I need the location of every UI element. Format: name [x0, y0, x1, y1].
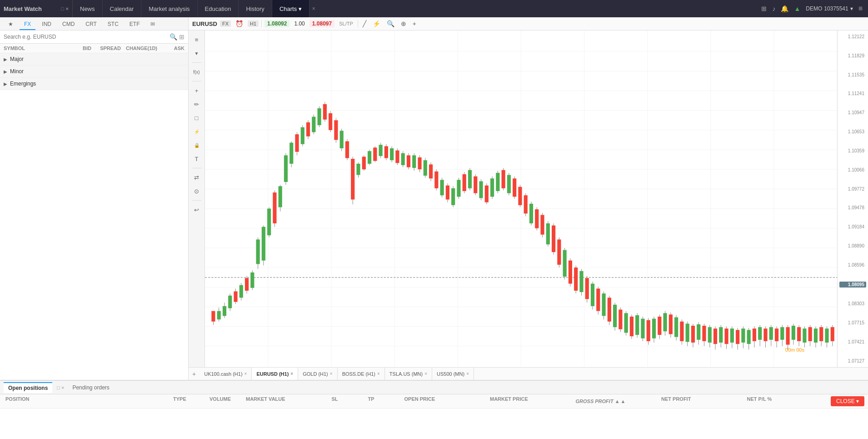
svg-rect-138	[518, 187, 522, 205]
svg-rect-52	[279, 186, 282, 207]
chart-price-sell[interactable]: 1.08097	[309, 20, 334, 27]
svg-rect-200	[691, 326, 695, 343]
svg-rect-188	[658, 317, 661, 335]
sidebar-tab-cmd[interactable]: CMD	[58, 19, 79, 30]
close-gold-tab[interactable]: ×	[330, 371, 333, 376]
sidebar-tab-star[interactable]: ★	[4, 19, 18, 30]
svg-rect-124	[479, 181, 483, 198]
tool-rectangle[interactable]: □	[190, 112, 203, 123]
chart-tab-gold[interactable]: GOLD (H1) ×	[298, 368, 337, 380]
close-market-watch-icon[interactable]: ×	[66, 6, 69, 11]
minimize-icon[interactable]: □	[61, 6, 64, 11]
col-header-type: TYPE	[171, 396, 208, 406]
close-us500-tab[interactable]: ×	[466, 371, 469, 376]
price-label-7: 1.10066	[839, 167, 866, 172]
header-change: CHANGE(1D)	[121, 45, 157, 51]
price-label-13: 1.08303	[839, 301, 866, 306]
tool-pencil[interactable]: ✏	[190, 99, 203, 110]
svg-rect-244	[814, 328, 818, 343]
positions-tab-icons: □ ×	[57, 385, 64, 390]
tab-pending-orders[interactable]: Pending orders	[68, 383, 114, 393]
sidebar-tab-crt[interactable]: CRT	[81, 19, 101, 30]
tab-market-analysis[interactable]: Market analysis	[141, 0, 197, 17]
hamburger-menu-icon[interactable]: ≡	[858, 5, 863, 13]
chart-zoom-out-icon[interactable]: 🔍	[385, 19, 396, 28]
sidebar-tab-ind[interactable]: IND	[37, 19, 56, 30]
svg-rect-208	[713, 328, 717, 344]
bell-icon[interactable]: 🔔	[781, 5, 788, 12]
account-badge[interactable]: DEMO 10375541 ▾	[806, 5, 853, 12]
tool-text[interactable]: T	[190, 153, 203, 164]
svg-rect-70	[329, 113, 332, 130]
close-boss-tab[interactable]: ×	[377, 371, 380, 376]
sidebar-tab-bar: ★ FX IND CMD CRT STC ETF ✉	[0, 17, 188, 30]
close-tsla-tab[interactable]: ×	[424, 371, 427, 376]
account-dropdown-icon[interactable]: ▾	[850, 5, 853, 12]
chart-tab-us500[interactable]: US500 (MN) ×	[432, 368, 474, 380]
search-icon[interactable]: 🔍	[170, 33, 177, 40]
current-price-label: 1.08095	[839, 282, 866, 288]
svg-rect-64	[312, 117, 315, 132]
svg-rect-50	[273, 192, 276, 223]
svg-rect-156	[569, 261, 572, 284]
search-input[interactable]	[4, 34, 168, 40]
chart-tab-close-icon[interactable]: ×	[309, 0, 318, 17]
chart-tab-boss-de[interactable]: BOSS.DE (H1) ×	[338, 368, 385, 380]
tab-history[interactable]: History	[239, 0, 272, 17]
sl-tp-button[interactable]: SL/TP	[337, 21, 355, 26]
svg-rect-86	[373, 147, 377, 161]
chart-indicators-icon[interactable]: ⚡	[371, 19, 382, 28]
svg-rect-84	[368, 151, 371, 164]
category-emergings[interactable]: ▶ Emergings	[0, 78, 188, 90]
grid-view-icon[interactable]: ⊞	[179, 33, 185, 40]
sidebar-tab-etf[interactable]: ETF	[125, 19, 145, 30]
add-chart-tab[interactable]: +	[189, 370, 200, 378]
category-major[interactable]: ▶ Major	[0, 53, 188, 66]
chart-tab-uk100[interactable]: UK100.cash (H1) ×	[200, 368, 252, 380]
chart-tab-eurusd[interactable]: EURUSD (H1) ×	[252, 368, 298, 380]
tool-manage[interactable]: ⇄	[190, 172, 203, 183]
candlestick-chart[interactable]	[205, 30, 837, 367]
sidebar-tab-fx[interactable]: FX	[20, 19, 35, 30]
close-button[interactable]: CLOSE ▾	[831, 396, 864, 406]
positions-tab-minimize-icon[interactable]: □	[57, 385, 60, 390]
tool-lock[interactable]: 🔒	[190, 140, 203, 151]
svg-rect-34	[228, 296, 232, 308]
toolbar-separator-2	[358, 20, 358, 27]
tool-marker[interactable]: ▼	[190, 48, 203, 59]
tab-calendar[interactable]: Calendar	[103, 0, 142, 17]
tool-separator-2	[192, 81, 201, 81]
positions-tab-close-icon[interactable]: ×	[61, 385, 64, 390]
svg-rect-214	[730, 328, 734, 343]
tool-separator-3	[192, 168, 201, 168]
chart-timeframe[interactable]: H1	[248, 20, 259, 27]
chart-nav-tabs: News Calendar Market analysis Education …	[73, 0, 756, 17]
svg-rect-186	[652, 319, 656, 338]
tool-cursor[interactable]: ≡	[190, 34, 203, 45]
close-uk100-tab[interactable]: ×	[244, 371, 247, 376]
chart-bottom-tabs: + UK100.cash (H1) × EURUSD (H1) × GOLD (…	[189, 367, 868, 380]
chart-zoom-in-icon[interactable]: ⊕	[399, 19, 408, 28]
volume-icon[interactable]: ♪	[772, 5, 775, 12]
chart-tab-tsla[interactable]: TSLA.US (MN) ×	[385, 368, 432, 380]
chart-settings-icon[interactable]: +	[411, 19, 418, 28]
tab-charts[interactable]: Charts ▾	[272, 0, 309, 17]
tab-news[interactable]: News	[73, 0, 103, 17]
monitor-icon[interactable]: ⊞	[761, 5, 767, 12]
chart-line-icon[interactable]: ╱	[361, 19, 368, 28]
tab-open-positions[interactable]: Open positions	[4, 382, 52, 393]
close-eurusd-tab[interactable]: ×	[290, 371, 293, 376]
col-header-gross-profit[interactable]: GROSS PROFIT ▲ ▲	[574, 396, 660, 406]
chart-alert-icon[interactable]: ⏰	[234, 19, 245, 28]
tool-layers[interactable]: ⊙	[190, 186, 203, 197]
top-right-controls: ⊞ ♪ 🔔 ▲ DEMO 10375541 ▾ ≡	[756, 0, 868, 17]
tool-indicator[interactable]: f(x)	[190, 66, 203, 77]
category-minor[interactable]: ▶ Minor	[0, 66, 188, 78]
sidebar-tab-stc[interactable]: STC	[103, 19, 123, 30]
chart-price-buy[interactable]: 1.08092	[264, 20, 289, 27]
tool-crosshair[interactable]: +	[190, 85, 203, 96]
tool-undo[interactable]: ↩	[190, 204, 203, 215]
tab-education[interactable]: Education	[198, 0, 239, 17]
tool-fibonacci[interactable]: ⚡	[190, 126, 203, 137]
sidebar-tab-mail[interactable]: ✉	[146, 19, 160, 30]
